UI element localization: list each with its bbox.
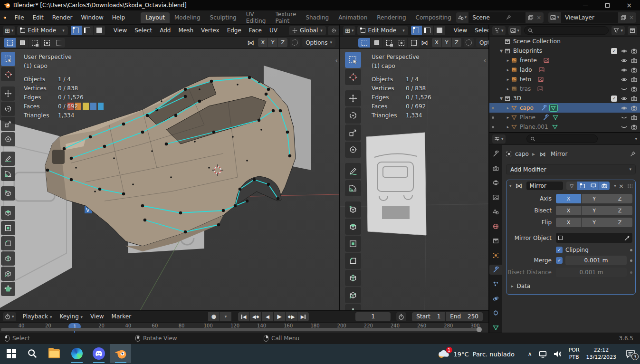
file-explorer-button[interactable] xyxy=(44,344,65,363)
tab-physics[interactable] xyxy=(489,294,502,304)
hide-eye-icon[interactable] xyxy=(621,77,627,83)
show-in-editmode-toggle[interactable] xyxy=(577,182,588,190)
hide-eye-closed-icon[interactable] xyxy=(621,124,627,130)
workspace-tab-compositing[interactable]: Compositing xyxy=(411,12,456,23)
expand-icon[interactable]: ▸ xyxy=(505,86,511,91)
tool-lasso-select-button[interactable] xyxy=(395,38,407,48)
tool-measure-button[interactable] xyxy=(1,167,15,181)
tool-inset-button[interactable] xyxy=(1,221,15,235)
exclude-checkbox[interactable]: ✓ xyxy=(611,48,617,54)
tool-bevel-button[interactable] xyxy=(1,236,15,250)
mirror-x-button[interactable]: X xyxy=(258,38,267,47)
edge-select-button[interactable] xyxy=(82,26,94,35)
tool-move-button[interactable] xyxy=(345,90,361,106)
menu-vertex[interactable]: Vertex xyxy=(197,26,223,35)
play-reverse-button[interactable]: ◀ xyxy=(262,312,273,321)
face-select-button[interactable] xyxy=(434,26,445,35)
tab-tool[interactable] xyxy=(489,149,502,159)
expand-icon[interactable]: ▼ xyxy=(498,49,505,53)
new-scene-icon[interactable] xyxy=(528,15,534,20)
show-in-viewport-toggle[interactable] xyxy=(588,182,599,190)
show-on-cage-toggle[interactable]: ▽ xyxy=(566,182,577,190)
modifier-name-field[interactable]: Mirror xyxy=(526,182,564,190)
viewport-canvas[interactable]: User Perspective (1) capo Objects1 / 4 V… xyxy=(340,49,488,310)
use-preview-range-button[interactable] xyxy=(396,312,406,321)
menu-edge[interactable]: Edge xyxy=(223,26,245,35)
workspace-tab-uv-editing[interactable]: UV Editing xyxy=(241,9,271,26)
breadcrumb-modifier[interactable]: Mirror xyxy=(551,151,567,157)
blender-taskbar-button[interactable] xyxy=(110,344,131,363)
edge-button[interactable] xyxy=(67,344,87,363)
expand-icon[interactable]: ▸ xyxy=(505,77,511,82)
properties-options-icon[interactable]: ▾ xyxy=(635,137,637,141)
tab-modifiers[interactable] xyxy=(489,265,502,275)
tool-inset-button[interactable] xyxy=(345,236,361,252)
sidebar-toggle-arrow[interactable]: ‹ xyxy=(335,57,338,64)
new-viewlayer-icon[interactable] xyxy=(621,15,626,20)
axis-y-button[interactable]: Y xyxy=(582,194,607,203)
tab-view-layer[interactable] xyxy=(489,192,502,202)
tool-rotate-button[interactable] xyxy=(345,107,361,124)
discord-button[interactable] xyxy=(88,344,109,363)
tool-circle-select-button[interactable] xyxy=(383,38,395,48)
outliner-row-blueprints[interactable]: ▼ Blueprints ✓ xyxy=(489,46,640,56)
axis-x-button[interactable]: X xyxy=(556,194,581,203)
modifier-extras-icon[interactable]: ▾ xyxy=(614,184,616,188)
outliner-row-plane[interactable]: ▸ Plane xyxy=(489,113,640,122)
unlink-scene-icon[interactable]: × xyxy=(536,14,541,21)
speaker-icon[interactable] xyxy=(554,350,562,358)
tool-measure-button[interactable] xyxy=(345,180,361,196)
show-in-render-toggle[interactable] xyxy=(599,182,610,190)
expand-icon[interactable]: ▸ xyxy=(505,67,511,72)
scene-name-field[interactable]: Scene xyxy=(468,12,525,23)
options-dropdown[interactable]: Options▾ xyxy=(302,38,335,47)
clock-widget[interactable]: 22:12 13/12/2023 xyxy=(586,347,616,361)
proportional-edit-button[interactable] xyxy=(290,38,300,47)
outliner-row-plane-001[interactable]: ▸ Plane.001 xyxy=(489,122,640,132)
workspace-tab-texture-paint[interactable]: Texture Paint xyxy=(270,9,301,26)
menu-view[interactable]: View xyxy=(110,26,131,35)
tool-move-button[interactable] xyxy=(1,86,15,101)
search-button[interactable] xyxy=(22,344,43,363)
pivot-point-dropdown[interactable]: ▾ xyxy=(328,26,339,35)
hide-eye-closed-icon[interactable] xyxy=(621,86,627,92)
merge-checkbox[interactable]: ✓ xyxy=(556,257,563,264)
axis-z-button[interactable]: Z xyxy=(607,194,632,203)
menu-edit[interactable]: Edit xyxy=(29,12,48,23)
tool-loopcut-button[interactable] xyxy=(345,270,361,286)
render-camera-icon[interactable] xyxy=(631,67,637,73)
hide-eye-closed-icon[interactable] xyxy=(621,115,627,121)
tool-select-extend-button[interactable] xyxy=(53,38,65,48)
tab-particles[interactable] xyxy=(489,279,502,289)
tool-polybuild-button[interactable] xyxy=(345,304,361,310)
outliner-row-capo[interactable]: ▸ capo xyxy=(489,103,640,113)
tool-box-select-button[interactable] xyxy=(4,38,16,48)
tool-select-extend-button[interactable] xyxy=(408,38,420,48)
mirror-z-button[interactable]: Z xyxy=(452,38,461,47)
hide-eye-icon[interactable] xyxy=(621,67,627,73)
outliner-row-3d[interactable]: ▼ 3D ✓ xyxy=(489,94,640,103)
data-subpanel-header[interactable]: ▸ Data xyxy=(511,283,635,289)
sidebar-toggle-arrow[interactable]: ‹ xyxy=(483,57,486,64)
pin-icon[interactable] xyxy=(506,15,511,20)
expand-icon[interactable]: ▸ xyxy=(505,115,511,120)
keying-set-dropdown[interactable]: ▾ xyxy=(220,312,231,321)
drag-handle-icon[interactable] xyxy=(627,184,632,188)
menu-playback[interactable]: Playback ▾ xyxy=(19,312,56,321)
tool-transform-button[interactable] xyxy=(1,132,15,146)
tray-overflow-chevron[interactable]: ∧ xyxy=(528,351,532,357)
tool-knife-button[interactable] xyxy=(1,267,15,281)
blender-app-icon[interactable] xyxy=(3,14,6,21)
tab-output[interactable] xyxy=(489,178,502,188)
maximize-button[interactable] xyxy=(596,0,618,10)
remove-viewlayer-icon[interactable]: × xyxy=(629,14,634,21)
transform-orientation-dropdown[interactable]: Global▾ xyxy=(289,26,326,35)
hide-eye-icon[interactable] xyxy=(621,105,627,111)
close-button[interactable]: × xyxy=(618,0,640,10)
add-modifier-dropdown[interactable]: Add Modifier ▾ xyxy=(506,164,636,174)
jump-to-end-button[interactable]: ▶ xyxy=(297,312,309,321)
timeline-scrollbar[interactable] xyxy=(1,328,481,331)
menu-render[interactable]: Render xyxy=(48,12,77,23)
display-mode-button[interactable]: ▾ xyxy=(508,26,522,35)
workspace-tab-modeling[interactable]: Modeling xyxy=(170,12,205,23)
